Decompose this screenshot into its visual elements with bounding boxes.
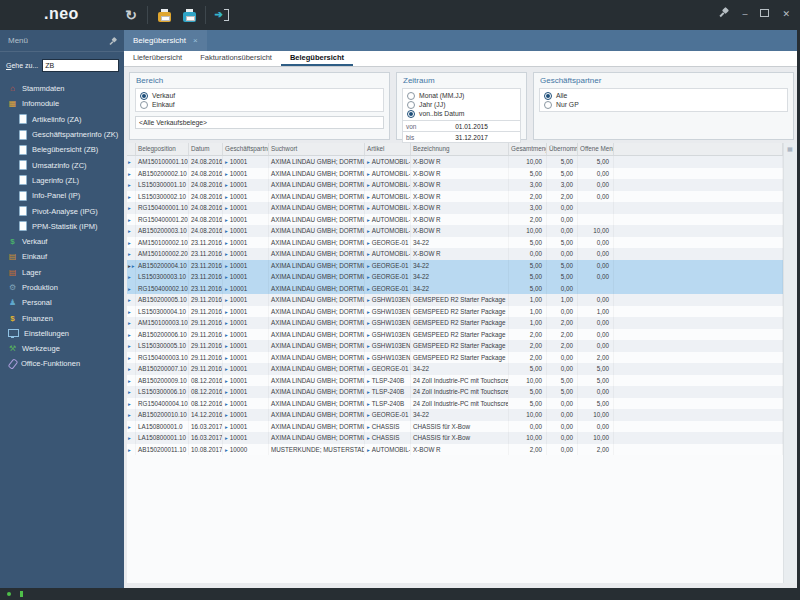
table-row[interactable]: ▸LS150300005.1029.11.2016▸10001AXIMA LIN… xyxy=(127,340,783,352)
drilldown-icon[interactable]: ▸ xyxy=(225,332,228,338)
drilldown-icon[interactable]: ▸ xyxy=(367,366,370,372)
row-expander-icon[interactable]: ▸ xyxy=(128,274,131,280)
table-row[interactable]: ▸▸AB150200004.1023.11.2016▸10001AXIMA LI… xyxy=(127,260,783,272)
sidebar-item-umsatzinfo[interactable]: Umsatzinfo (ZC) xyxy=(0,157,124,172)
subtab-fakturationsuebersicht[interactable]: Fakturationsübersicht xyxy=(191,51,281,66)
row-expander-icon[interactable]: ▸ xyxy=(128,297,131,303)
sidebar-item-produktion[interactable]: ⚙Produktion xyxy=(0,280,124,295)
column-chooser-icon[interactable]: ▦ xyxy=(787,146,793,152)
table-row[interactable]: ▸LS150300003.1023.11.2016▸10001AXIMA LIN… xyxy=(127,271,783,283)
sidebar-item-stammdaten[interactable]: ⌂Stammdaten xyxy=(0,81,124,96)
drilldown-icon[interactable]: ▸ xyxy=(367,194,370,200)
restore-button[interactable] xyxy=(760,8,769,20)
drilldown-icon[interactable]: ▸ xyxy=(225,389,228,395)
drilldown-icon[interactable]: ▸ xyxy=(225,205,228,211)
geschaeftspartner-radio-alle[interactable]: Alle xyxy=(544,91,783,100)
drilldown-icon[interactable]: ▸ xyxy=(225,355,228,361)
row-expander-icon[interactable]: ▸ xyxy=(128,412,131,418)
exit-button[interactable]: ➔ xyxy=(213,5,231,25)
drilldown-icon[interactable]: ▸ xyxy=(367,171,370,177)
bereich-radio-einkauf[interactable]: Einkauf xyxy=(140,100,379,109)
drilldown-icon[interactable]: ▸ xyxy=(367,228,370,234)
column-header-suchwort[interactable]: Suchwort xyxy=(269,143,365,155)
column-header-uebernommen[interactable]: Übernommen xyxy=(547,143,578,155)
column-header-artikel[interactable]: Artikel xyxy=(365,143,411,155)
table-row[interactable]: ▸LS150300006.1008.12.2016▸10001AXIMA LIN… xyxy=(127,386,783,398)
drilldown-icon[interactable]: ▸ xyxy=(225,447,228,453)
subtab-beleguebersicht[interactable]: Belegübersicht xyxy=(281,51,353,66)
drilldown-icon[interactable]: ▸ xyxy=(367,401,370,407)
row-expander-icon[interactable]: ▸ xyxy=(128,171,131,177)
row-expander-icon[interactable]: ▸ xyxy=(128,355,131,361)
column-header-geschaeftspartner[interactable]: Geschäftspartner xyxy=(223,143,269,155)
drilldown-icon[interactable]: ▸ xyxy=(367,343,370,349)
table-row[interactable]: ▸AM150100003.1029.11.2016▸10001AXIMA LIN… xyxy=(127,317,783,329)
row-expander-icon[interactable]: ▸ xyxy=(128,309,131,315)
table-row[interactable]: ▸RG150400001.2024.08.2016▸10001AXIMA LIN… xyxy=(127,214,783,226)
refresh-button[interactable]: ↻ xyxy=(122,5,140,25)
sidebar-item-geschaeftspartnerinfo[interactable]: Geschäftspartnerinfo (ZK) xyxy=(0,127,124,142)
drilldown-icon[interactable]: ▸ xyxy=(225,263,228,269)
table-row[interactable]: ▸RG150400003.1029.11.2016▸10001AXIMA LIN… xyxy=(127,352,783,364)
sidebar-item-office-funktionen[interactable]: Office-Funktionen xyxy=(0,356,124,371)
drilldown-icon[interactable]: ▸ xyxy=(225,240,228,246)
row-expander-icon[interactable]: ▸ xyxy=(128,378,131,384)
table-row[interactable]: ▸AB150200006.1029.11.2016▸10001AXIMA LIN… xyxy=(127,329,783,341)
drilldown-icon[interactable]: ▸ xyxy=(225,182,228,188)
row-expander-icon[interactable]: ▸ xyxy=(128,447,131,453)
drilldown-icon[interactable]: ▸ xyxy=(367,389,370,395)
row-expander-icon[interactable]: ▸ xyxy=(128,194,131,200)
zeitraum-radio-jahr-jj-[interactable]: Jahr (JJ) xyxy=(407,100,516,109)
row-expander-icon[interactable]: ▸ xyxy=(128,205,131,211)
drilldown-icon[interactable]: ▸ xyxy=(367,286,370,292)
sidebar-item-infomodule[interactable]: ▦Infomodule xyxy=(0,96,124,111)
drilldown-icon[interactable]: ▸ xyxy=(225,171,228,177)
table-row[interactable]: ▸RG150400001.1024.08.2016▸10001AXIMA LIN… xyxy=(127,202,783,214)
sidebar-item-ppm-statistik[interactable]: PPM-Statistik (IPM) xyxy=(0,219,124,234)
bis-date-field[interactable]: bis 31.12.2017 xyxy=(402,132,521,143)
sidebar-item-info-panel[interactable]: Info-Panel (IP) xyxy=(0,188,124,203)
von-date-field[interactable]: von 01.01.2015 xyxy=(402,121,521,132)
drilldown-icon[interactable]: ▸ xyxy=(367,182,370,188)
row-expander-icon[interactable]: ▸ xyxy=(128,217,131,223)
print-preview-button[interactable] xyxy=(180,5,198,25)
table-row[interactable]: ▸AB150200010.1014.12.2016▸10001AXIMA LIN… xyxy=(127,409,783,421)
row-expander-icon[interactable]: ▸ xyxy=(128,320,131,326)
drilldown-icon[interactable]: ▸ xyxy=(225,412,228,418)
drilldown-icon[interactable]: ▸ xyxy=(225,159,228,165)
drilldown-icon[interactable]: ▸ xyxy=(225,435,228,441)
drilldown-icon[interactable]: ▸ xyxy=(225,366,228,372)
row-expander-icon[interactable]: ▸ xyxy=(128,424,131,430)
column-header-gesamtmenge[interactable]: Gesamtmenge xyxy=(509,143,547,155)
table-row[interactable]: ▸RG150400002.1023.11.2016▸10001AXIMA LIN… xyxy=(127,283,783,295)
drilldown-icon[interactable]: ▸ xyxy=(225,378,228,384)
row-expander-icon[interactable]: ▸ xyxy=(128,401,131,407)
print-button[interactable] xyxy=(155,5,173,25)
sidebar-item-pivot-analyse[interactable]: Pivot-Analyse (IPG) xyxy=(0,203,124,218)
drilldown-icon[interactable]: ▸ xyxy=(225,228,228,234)
drilldown-icon[interactable]: ▸ xyxy=(367,424,370,430)
drilldown-icon[interactable]: ▸ xyxy=(367,251,370,257)
table-row[interactable]: ▸AM150100001.1024.08.2016▸10001AXIMA LIN… xyxy=(127,156,783,168)
table-row[interactable]: ▸AM150100002.2023.11.2016▸10001AXIMA LIN… xyxy=(127,248,783,260)
subtab-lieferuebersicht[interactable]: Lieferübersicht xyxy=(124,51,191,66)
row-expander-icon[interactable]: ▸ xyxy=(128,182,131,188)
sidebar-item-werkzeuge[interactable]: ⚒Werkzeuge xyxy=(0,341,124,356)
table-row[interactable]: ▸LS150300002.1024.08.2016▸10001AXIMA LIN… xyxy=(127,191,783,203)
drilldown-icon[interactable]: ▸ xyxy=(367,447,370,453)
table-row[interactable]: ▸AB150200007.1029.11.2016▸10001AXIMA LIN… xyxy=(127,363,783,375)
drilldown-icon[interactable]: ▸ xyxy=(225,274,228,280)
drilldown-icon[interactable]: ▸ xyxy=(225,309,228,315)
row-expander-icon[interactable]: ▸ xyxy=(128,435,131,441)
drilldown-icon[interactable]: ▸ xyxy=(367,378,370,384)
row-expander-icon[interactable]: ▸ xyxy=(128,343,131,349)
table-row[interactable]: ▸AB150200011.1010.08.2017▸10000MUSTERKUN… xyxy=(127,444,783,456)
drilldown-icon[interactable]: ▸ xyxy=(367,240,370,246)
belegart-combo[interactable]: <Alle Verkaufsbelege> xyxy=(135,116,384,129)
table-row[interactable]: ▸RG150400004.1008.12.2016▸10001AXIMA LIN… xyxy=(127,398,783,410)
table-row[interactable]: ▸LS150300004.1029.11.2016▸10001AXIMA LIN… xyxy=(127,306,783,318)
column-header-datum[interactable]: Datum xyxy=(189,143,223,155)
sidebar-item-beleguebersicht[interactable]: Belegübersicht (ZB) xyxy=(0,142,124,157)
table-row[interactable]: ▸AM150100002.1023.11.2016▸10001AXIMA LIN… xyxy=(127,237,783,249)
drilldown-icon[interactable]: ▸ xyxy=(225,401,228,407)
